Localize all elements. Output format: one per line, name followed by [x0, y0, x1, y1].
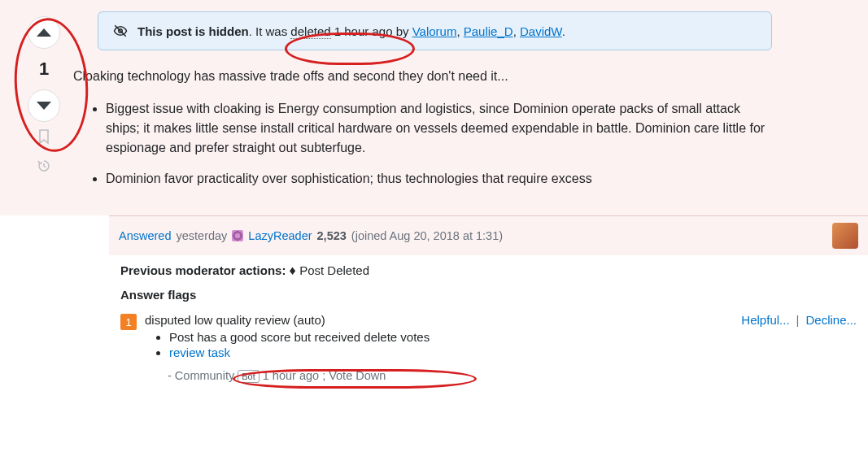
notice-text: This post is hidden. It was deleted 1 ho…: [137, 24, 565, 38]
user-link[interactable]: Valorum: [412, 24, 457, 38]
decline-button[interactable]: Decline...: [805, 313, 857, 327]
bot-badge-icon: Bot: [238, 370, 260, 383]
user-joined: (joined Aug 20, 2018 at 1:31): [351, 229, 503, 242]
flag-author-line: - Community Bot 1 hour ago ; Vote Down: [145, 369, 725, 382]
user-link[interactable]: DavidW: [520, 24, 562, 38]
user-reputation: 2,523: [317, 229, 347, 242]
caret-up-icon: [37, 28, 51, 37]
vote-score: 1: [39, 59, 49, 80]
user-avatar-small-icon: [232, 230, 243, 241]
downvote-button[interactable]: [28, 89, 60, 122]
user-avatar-icon[interactable]: [832, 223, 858, 249]
lower-section: Answered yesterday LazyReader 2,523 (joi…: [0, 215, 868, 393]
diamond-icon: ♦: [290, 263, 300, 277]
answer-body: Cloaking technology has massive trade of…: [73, 67, 772, 189]
caret-down-icon: [37, 102, 51, 110]
flag-row: 1 disputed low quality review (auto) Pos…: [120, 313, 857, 382]
flags-title: Answer flags: [120, 288, 857, 302]
flags-section: Answer flags 1 disputed low quality revi…: [109, 286, 868, 393]
deleted-link[interactable]: deleted: [290, 24, 330, 39]
review-task-link[interactable]: review task: [169, 346, 230, 359]
history-icon[interactable]: [36, 158, 52, 174]
upvote-button[interactable]: [28, 16, 60, 49]
answered-label: Answered: [119, 229, 171, 242]
user-link[interactable]: LazyReader: [248, 229, 312, 242]
helpful-button[interactable]: Helpful...: [741, 313, 789, 327]
deleted-post-panel: 1 This post is hidden. It was deleted 1 …: [0, 0, 868, 215]
flag-sub-reason: Post has a good score but received delet…: [169, 330, 725, 344]
answer-meta-bar: Answered yesterday LazyReader 2,523 (joi…: [109, 215, 868, 255]
answered-time: yesterday: [176, 229, 227, 242]
bookmark-icon[interactable]: [37, 128, 51, 145]
flag-count-badge: 1: [120, 314, 137, 330]
flag-reason: disputed low quality review (auto): [145, 313, 325, 327]
eye-off-icon: [113, 24, 128, 38]
moderator-actions-bar: Previous moderator actions: ♦ Post Delet…: [109, 255, 868, 286]
user-link[interactable]: Paulie_D: [464, 24, 513, 38]
post-hidden-notice: This post is hidden. It was deleted 1 ho…: [98, 11, 772, 50]
vote-column: 1: [15, 11, 73, 200]
